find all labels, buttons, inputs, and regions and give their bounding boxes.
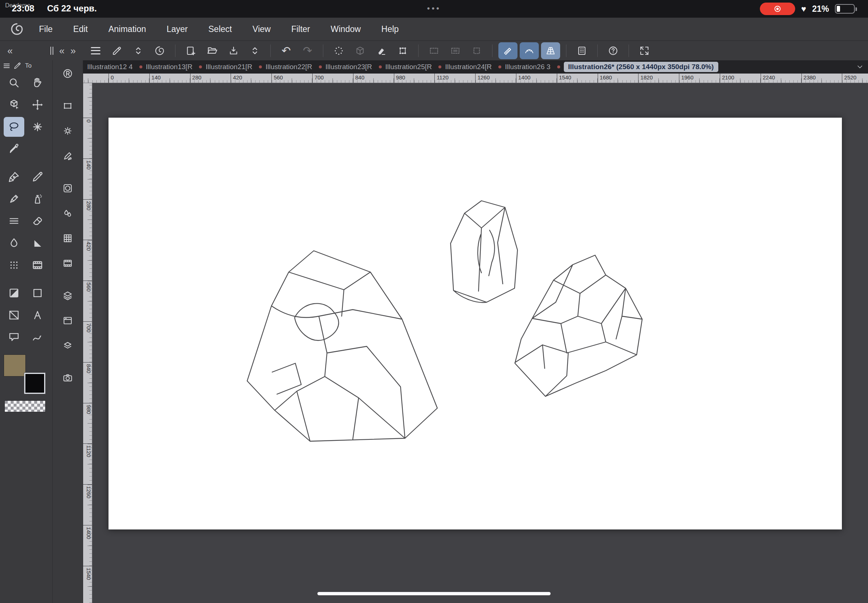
document-tab[interactable]: Illustration12 4 bbox=[84, 63, 136, 71]
brush-dots-icon bbox=[62, 150, 73, 161]
edit-canvas-button[interactable] bbox=[107, 42, 127, 59]
document-tab[interactable]: Illustration21[R bbox=[196, 63, 255, 71]
frame-border-tool[interactable] bbox=[4, 305, 24, 325]
layer-property-palette[interactable] bbox=[59, 312, 76, 329]
sub-tool-palette[interactable] bbox=[59, 123, 76, 139]
auto-select-tool[interactable] bbox=[27, 117, 48, 137]
menu-item[interactable]: View bbox=[252, 24, 270, 34]
document-tab[interactable]: Illustration23[R bbox=[316, 63, 376, 71]
menu-item[interactable]: Help bbox=[381, 24, 399, 34]
multitask-dots-icon[interactable]: ••• bbox=[427, 4, 441, 13]
navigator-palette[interactable] bbox=[59, 370, 76, 386]
lasso-tool[interactable] bbox=[4, 117, 24, 137]
drawing-canvas[interactable] bbox=[108, 118, 842, 529]
film-strip-icon bbox=[62, 258, 73, 269]
text-tool[interactable] bbox=[27, 305, 48, 325]
color-mixing-palette[interactable] bbox=[59, 205, 76, 221]
balloon-tool[interactable] bbox=[4, 327, 24, 347]
figure-tool[interactable] bbox=[27, 233, 48, 253]
color-set-palette[interactable] bbox=[59, 230, 76, 246]
selection-fill-button[interactable] bbox=[446, 42, 465, 59]
airbrush-tool[interactable] bbox=[27, 189, 48, 209]
palette-handle-icon[interactable] bbox=[50, 47, 53, 55]
transform-palette[interactable] bbox=[59, 98, 76, 114]
fullscreen-button[interactable] bbox=[635, 42, 654, 59]
pen-tool[interactable] bbox=[4, 167, 24, 187]
transparent-color-swatch[interactable] bbox=[5, 400, 46, 412]
document-tab-label: Illustration12 4 bbox=[87, 63, 133, 71]
horizontal-ruler[interactable]: 0140280420560700840980112012601400154016… bbox=[83, 74, 868, 83]
filter-effect-button[interactable] bbox=[329, 42, 348, 59]
timeline-palette[interactable] bbox=[59, 255, 76, 271]
menu-item[interactable]: Window bbox=[331, 24, 361, 34]
snap-to-grid-button[interactable] bbox=[541, 42, 560, 59]
quick-access-palette[interactable] bbox=[59, 65, 76, 82]
collapse-left-icon[interactable]: « bbox=[56, 46, 67, 56]
chevron-down-icon bbox=[856, 63, 864, 71]
collapse-right-icon[interactable]: » bbox=[68, 46, 79, 56]
pencil-tool[interactable] bbox=[27, 167, 48, 187]
clip-studio-logo-icon[interactable] bbox=[9, 22, 24, 36]
layer-palette[interactable] bbox=[59, 288, 76, 304]
blend-tool[interactable] bbox=[4, 233, 24, 253]
menu-item[interactable]: File bbox=[39, 24, 53, 34]
document-tab[interactable]: Illustration22[R bbox=[255, 63, 316, 71]
screentone-tool[interactable] bbox=[4, 255, 24, 275]
film-tool[interactable] bbox=[27, 255, 48, 275]
shape-tool[interactable] bbox=[27, 283, 48, 303]
object-tool[interactable] bbox=[4, 95, 24, 115]
help-button[interactable] bbox=[603, 42, 623, 59]
main-menu-button[interactable] bbox=[86, 42, 105, 59]
menu-item[interactable]: Select bbox=[209, 24, 232, 34]
save-button[interactable] bbox=[224, 42, 243, 59]
tab-overflow-button[interactable] bbox=[852, 62, 868, 73]
snap-to-special-ruler-button[interactable] bbox=[520, 42, 539, 59]
collapse-double-left-icon[interactable]: « bbox=[5, 46, 15, 56]
save-options-button[interactable] bbox=[245, 42, 265, 59]
new-selection-button[interactable] bbox=[424, 42, 444, 59]
layer-folder-palette[interactable] bbox=[59, 337, 76, 354]
undo-button[interactable]: ↶ bbox=[277, 42, 296, 59]
move-tool[interactable] bbox=[27, 95, 48, 115]
vertical-ruler[interactable]: 01402804205607008409801120126014001540 bbox=[83, 83, 92, 603]
document-tab[interactable]: Illustration25[R bbox=[376, 63, 435, 71]
brush-size-palette[interactable] bbox=[59, 148, 76, 164]
menu-item[interactable]: Layer bbox=[167, 24, 188, 34]
redo-button[interactable]: ↷ bbox=[298, 42, 317, 59]
line-correction-tool[interactable] bbox=[27, 327, 48, 347]
menu-item[interactable]: Edit bbox=[73, 24, 88, 34]
3d-material-button[interactable] bbox=[351, 42, 370, 59]
menu-item[interactable]: Animation bbox=[108, 24, 146, 34]
two-droplets-icon bbox=[62, 208, 73, 219]
document-tab[interactable]: Illustration24[R bbox=[435, 63, 495, 71]
gradient-tool[interactable] bbox=[4, 283, 24, 303]
menu-item[interactable]: Filter bbox=[291, 24, 310, 34]
screen-recording-indicator[interactable] bbox=[760, 3, 795, 15]
eraser-tool[interactable] bbox=[27, 211, 48, 231]
expand-collapse-button[interactable] bbox=[129, 42, 148, 59]
selection-filled-icon bbox=[450, 45, 461, 56]
home-indicator[interactable] bbox=[317, 592, 551, 595]
document-tab[interactable]: Illustration26* (2560 x 1440px 350dpi 78… bbox=[554, 62, 722, 72]
open-clip-studio-button[interactable] bbox=[150, 42, 169, 59]
main-color-swatch[interactable] bbox=[4, 354, 26, 377]
palette-menu-icon[interactable] bbox=[4, 63, 9, 68]
selection-square-button[interactable] bbox=[467, 42, 486, 59]
command-bar: ↶ ↷ bbox=[83, 41, 868, 60]
eyedropper-tool[interactable] bbox=[4, 139, 24, 159]
document-tab[interactable]: Illustration26 3 bbox=[495, 63, 554, 71]
snap-to-ruler-button[interactable] bbox=[498, 42, 517, 59]
transform-button[interactable] bbox=[393, 42, 412, 59]
open-file-button[interactable] bbox=[203, 42, 222, 59]
clear-button[interactable] bbox=[372, 42, 391, 59]
sub-color-swatch[interactable] bbox=[24, 373, 45, 394]
color-wheel-palette[interactable] bbox=[59, 180, 76, 196]
modifier-keypad-button[interactable] bbox=[572, 42, 591, 59]
document-tab[interactable]: Illustration13[R bbox=[136, 63, 196, 71]
decoration-tool[interactable] bbox=[4, 211, 24, 231]
zoom-tool[interactable] bbox=[4, 73, 24, 93]
new-canvas-button[interactable] bbox=[181, 42, 200, 59]
brush-tool[interactable] bbox=[4, 189, 24, 209]
hand-tool[interactable] bbox=[27, 73, 48, 93]
move-arrows-icon bbox=[31, 99, 44, 111]
